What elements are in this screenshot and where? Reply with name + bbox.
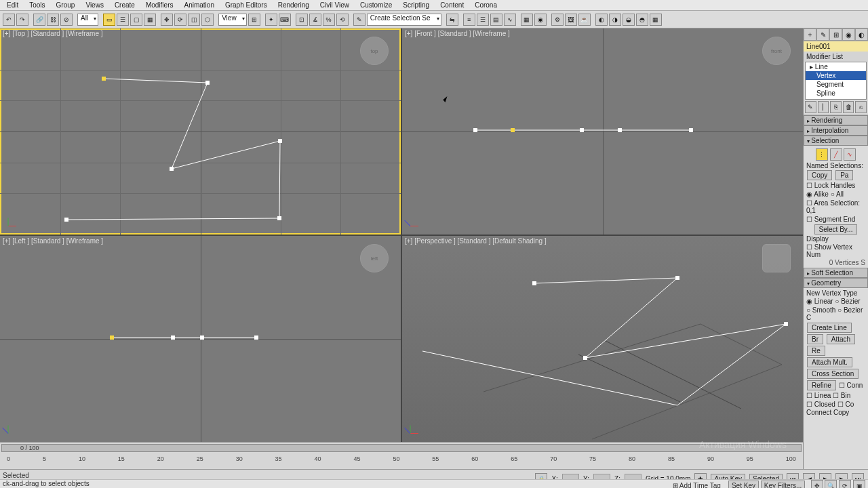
viewcube-front[interactable]: front xyxy=(762,37,791,65)
select-by-button[interactable]: Select By... xyxy=(814,224,858,235)
rollout-interpolation[interactable]: Interpolation xyxy=(804,125,868,136)
menu-corona[interactable]: Corona xyxy=(469,1,502,9)
tab-create[interactable]: + xyxy=(804,28,816,41)
menu-customize[interactable]: Customize xyxy=(355,1,397,9)
tab-display[interactable]: ◐ xyxy=(855,28,868,41)
edit-named-icon[interactable]: ✎ xyxy=(353,14,366,26)
time-slider[interactable]: 0 / 100 xyxy=(0,442,803,455)
select-name-icon[interactable]: ☰ xyxy=(117,14,129,26)
menu-scripting[interactable]: Scripting xyxy=(397,1,435,9)
create-line-button[interactable]: Create Line xyxy=(807,323,852,333)
viewport-left-label[interactable]: [+] [Left ] [Standard ] [Wireframe ] xyxy=(3,237,103,245)
stack-spline[interactable]: Spline xyxy=(806,89,866,98)
align-icon[interactable]: ≡ xyxy=(463,14,475,26)
unlink-icon[interactable]: ⛓ xyxy=(47,14,59,26)
viewport-perspective[interactable]: [+] [Perspective ] [Standard ] [Default … xyxy=(402,236,803,442)
viewport-persp-label[interactable]: [+] [Perspective ] [Standard ] [Default … xyxy=(405,237,547,245)
spinner-snap-icon[interactable]: ⟲ xyxy=(336,14,349,26)
refine-button[interactable]: Refine xyxy=(807,380,836,390)
copy-button[interactable]: Copy xyxy=(807,170,832,180)
corona-1-icon[interactable]: ◐ xyxy=(595,14,608,26)
menu-group[interactable]: Group xyxy=(51,1,81,9)
viewport-top[interactable]: [+] [Top ] [Standard ] [Wireframe ] top xyxy=(0,28,401,235)
menu-animation[interactable]: Animation xyxy=(178,1,219,9)
stack-vertex[interactable]: Vertex xyxy=(806,71,866,80)
modifier-stack[interactable]: ▸ Line Vertex Segment Spline xyxy=(805,62,867,100)
link-icon[interactable]: 🔗 xyxy=(33,14,45,26)
nav-orbit-icon[interactable]: ⟳ xyxy=(839,480,851,488)
rollout-geometry[interactable]: Geometry xyxy=(804,278,868,288)
curve-editor-icon[interactable]: ∿ xyxy=(504,14,516,26)
rollout-soft-selection[interactable]: Soft Selection xyxy=(804,268,868,278)
menu-content[interactable]: Content xyxy=(435,1,469,9)
render-frame-icon[interactable]: 🖼 xyxy=(565,14,577,26)
tab-motion[interactable]: ◉ xyxy=(842,28,855,41)
select-region-icon[interactable]: ▢ xyxy=(130,14,142,26)
tab-hierarchy[interactable]: ⊞ xyxy=(829,28,842,41)
menu-views[interactable]: Views xyxy=(80,1,109,9)
attach-mult-button[interactable]: Attach Mult. xyxy=(807,357,852,367)
angle-snap-icon[interactable]: ∡ xyxy=(309,14,321,26)
window-crossing-icon[interactable]: ▦ xyxy=(144,14,156,26)
object-name-field[interactable]: Line001 xyxy=(804,41,868,52)
corona-3-icon[interactable]: ◒ xyxy=(623,14,635,26)
cross-section-button[interactable]: Cross Section xyxy=(807,369,859,379)
nav-pan-icon[interactable]: ✥ xyxy=(811,480,823,488)
subobj-vertex-icon[interactable]: ⋮ xyxy=(816,148,828,161)
viewport-top-label[interactable]: [+] [Top ] [Standard ] [Wireframe ] xyxy=(3,30,103,37)
viewcube-left[interactable]: left xyxy=(360,244,389,272)
nav-zoom-icon[interactable]: 🔍 xyxy=(825,480,837,488)
remove-mod-icon[interactable]: 🗑 xyxy=(843,101,854,113)
lock-handles-check[interactable]: ☐ Lock Handles xyxy=(806,181,865,190)
mirror-icon[interactable]: ⇋ xyxy=(446,14,458,26)
rotate-icon[interactable]: ⟳ xyxy=(174,14,186,26)
placement-icon[interactable]: ⬡ xyxy=(201,14,214,26)
attach-button[interactable]: Attach xyxy=(827,334,855,344)
corona-4-icon[interactable]: ◓ xyxy=(636,14,648,26)
material-icon[interactable]: ◉ xyxy=(534,14,547,26)
linear-opt[interactable]: ☐ Linea ☐ Bin xyxy=(806,391,865,400)
corona-2-icon[interactable]: ◑ xyxy=(609,14,621,26)
percent-snap-icon[interactable]: % xyxy=(323,14,335,26)
use-center-icon[interactable]: ⊞ xyxy=(248,14,260,26)
menu-create[interactable]: Create xyxy=(109,1,140,9)
redo-icon[interactable]: ↷ xyxy=(16,14,28,26)
setkey-button[interactable]: Set Key xyxy=(728,481,759,488)
menu-civilview[interactable]: Civil View xyxy=(315,1,355,9)
menu-grapheditors[interactable]: Graph Editors xyxy=(220,1,273,9)
move-icon[interactable]: ✥ xyxy=(161,14,173,26)
menu-rendering[interactable]: Rendering xyxy=(273,1,315,9)
layers-icon[interactable]: ☰ xyxy=(477,14,489,26)
menu-modifiers[interactable]: Modifiers xyxy=(140,1,179,9)
alike-radio[interactable]: ◉ Alike ○ All xyxy=(806,190,865,199)
show-vertex-num-check[interactable]: ☐ Show Vertex Num xyxy=(806,243,865,259)
keyfilters-button[interactable]: Key Filters... xyxy=(761,481,806,488)
linear-radio[interactable]: ◉ Linear ○ Bezier xyxy=(806,297,865,306)
bind-icon[interactable]: ⊘ xyxy=(60,14,73,26)
viewport-front-label[interactable]: [+] [Front ] [Standard ] [Wireframe ] xyxy=(405,30,510,37)
viewcube-top[interactable]: top xyxy=(360,37,389,65)
stack-line[interactable]: ▸ Line xyxy=(806,62,866,71)
menu-edit[interactable]: Edit xyxy=(1,1,24,9)
break-button[interactable]: Br xyxy=(807,334,823,344)
pin-stack-icon[interactable]: ✎ xyxy=(805,101,816,113)
tab-modify[interactable]: ✎ xyxy=(816,28,829,41)
rollout-rendering[interactable]: Rendering xyxy=(804,115,868,125)
modifier-list-dropdown[interactable]: Modifier List xyxy=(804,52,868,62)
viewcube-persp[interactable] xyxy=(762,244,791,272)
selection-filter-dropdown[interactable]: All xyxy=(77,14,98,26)
make-unique-icon[interactable]: ⎘ xyxy=(830,101,842,113)
corona-5-icon[interactable]: ▦ xyxy=(650,14,662,26)
ref-coord-dropdown[interactable]: View xyxy=(218,14,247,26)
configure-icon[interactable]: ⎌ xyxy=(855,101,867,113)
menu-tools[interactable]: Tools xyxy=(24,1,50,9)
stack-segment[interactable]: Segment xyxy=(806,80,866,89)
paste-button[interactable]: Pa xyxy=(835,170,853,180)
closed-opt[interactable]: ☐ Closed ☐ Co xyxy=(806,400,865,409)
area-selection-check[interactable]: ☐ Area Selection: 0,1 xyxy=(806,199,865,215)
rollout-selection[interactable]: Selection xyxy=(804,136,868,146)
schematic-icon[interactable]: ▦ xyxy=(521,14,533,26)
undo-icon[interactable]: ↶ xyxy=(3,14,15,26)
manip-icon[interactable]: ✦ xyxy=(265,14,277,26)
reorient-button[interactable]: Re xyxy=(807,346,825,356)
